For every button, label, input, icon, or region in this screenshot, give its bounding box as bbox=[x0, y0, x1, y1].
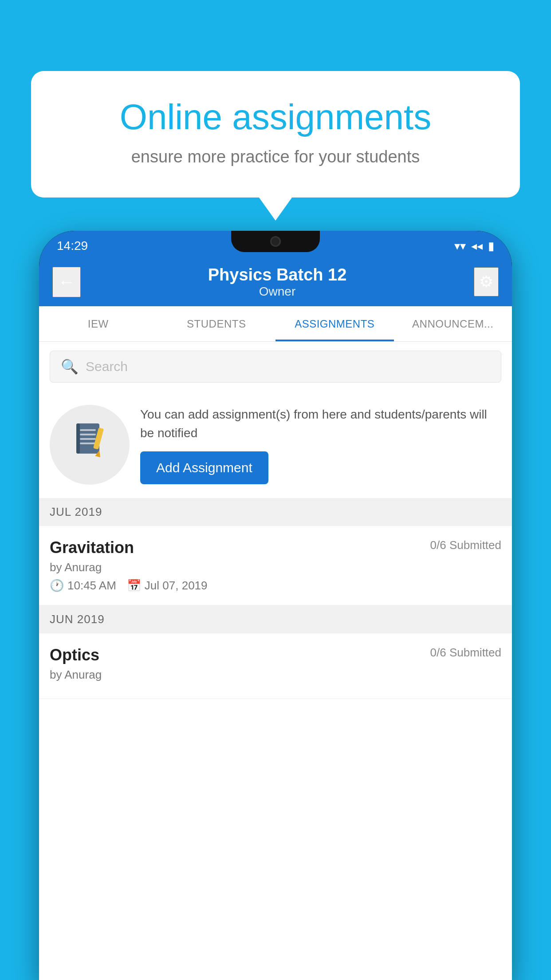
wifi-icon: ▾▾ bbox=[454, 239, 466, 253]
svg-rect-7 bbox=[76, 423, 80, 454]
promo-description: You can add assignment(s) from here and … bbox=[140, 405, 501, 443]
status-time: 14:29 bbox=[57, 239, 88, 253]
svg-rect-3 bbox=[80, 438, 96, 440]
app-bar-title-group: Physics Batch 12 Owner bbox=[81, 265, 474, 299]
tab-assignments[interactable]: ASSIGNMENTS bbox=[276, 306, 394, 341]
svg-rect-4 bbox=[80, 443, 96, 444]
settings-button[interactable]: ⚙ bbox=[474, 267, 499, 296]
notebook-icon bbox=[72, 421, 107, 468]
assignment-time: 🕐 10:45 AM bbox=[50, 579, 116, 593]
section-header-jul: JUL 2019 bbox=[39, 498, 512, 526]
assignment-meta: 🕐 10:45 AM 📅 Jul 07, 2019 bbox=[50, 579, 501, 593]
search-bar-container: 🔍 Search bbox=[39, 342, 512, 391]
bubble-subtitle: ensure more practice for your students bbox=[67, 147, 484, 166]
section-header-jun: JUN 2019 bbox=[39, 605, 512, 633]
speech-bubble-card: Online assignments ensure more practice … bbox=[31, 71, 520, 198]
search-input-wrapper[interactable]: 🔍 Search bbox=[50, 351, 501, 383]
assignment-submitted-optics: 0/6 Submitted bbox=[430, 646, 501, 660]
assignment-submitted: 0/6 Submitted bbox=[430, 538, 501, 552]
phone-notch bbox=[231, 231, 320, 252]
add-assignment-button[interactable]: Add Assignment bbox=[140, 451, 268, 484]
svg-rect-2 bbox=[80, 434, 96, 435]
tab-view[interactable]: IEW bbox=[39, 306, 157, 341]
tab-students[interactable]: STUDENTS bbox=[157, 306, 276, 341]
app-bar: ← Physics Batch 12 Owner ⚙ bbox=[39, 257, 512, 306]
tab-bar: IEW STUDENTS ASSIGNMENTS ANNOUNCEM... bbox=[39, 306, 512, 342]
promo-section: You can add assignment(s) from here and … bbox=[39, 391, 512, 498]
promo-icon-circle bbox=[50, 405, 130, 485]
battery-icon: ▮ bbox=[488, 239, 494, 253]
svg-rect-1 bbox=[80, 429, 96, 431]
search-icon: 🔍 bbox=[61, 358, 79, 375]
assignment-item-optics[interactable]: Optics 0/6 Submitted by Anurag bbox=[39, 633, 512, 699]
assignment-date: 📅 Jul 07, 2019 bbox=[127, 579, 208, 593]
app-bar-title: Physics Batch 12 bbox=[81, 265, 474, 285]
assignment-name: Gravitation bbox=[50, 538, 134, 557]
assignment-item-gravitation[interactable]: Gravitation 0/6 Submitted by Anurag 🕐 10… bbox=[39, 526, 512, 605]
bubble-title: Online assignments bbox=[67, 98, 484, 137]
calendar-icon: 📅 bbox=[127, 579, 141, 593]
assignment-by: by Anurag bbox=[50, 561, 501, 574]
assignment-by-optics: by Anurag bbox=[50, 668, 501, 682]
clock-icon: 🕐 bbox=[50, 579, 64, 593]
status-icons: ▾▾ ◂◂ ▮ bbox=[454, 239, 494, 253]
tab-announcements[interactable]: ANNOUNCEM... bbox=[394, 306, 512, 341]
phone-frame: 14:29 ▾▾ ◂◂ ▮ ← Physics Batch 12 Owner ⚙… bbox=[39, 231, 512, 980]
content-area: 🔍 Search bbox=[39, 342, 512, 980]
promo-right: You can add assignment(s) from here and … bbox=[140, 405, 501, 484]
back-button[interactable]: ← bbox=[52, 267, 81, 297]
front-camera bbox=[270, 236, 281, 247]
signal-icon: ◂◂ bbox=[471, 239, 483, 253]
search-placeholder: Search bbox=[86, 359, 128, 374]
app-bar-subtitle: Owner bbox=[81, 285, 474, 299]
assignment-name-optics: Optics bbox=[50, 646, 99, 664]
